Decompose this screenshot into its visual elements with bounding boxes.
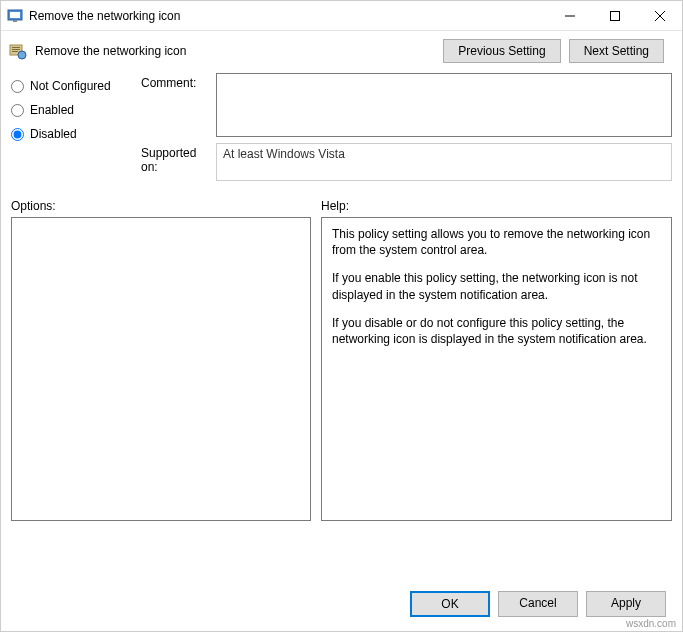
window-title: Remove the networking icon — [29, 9, 547, 23]
maximize-button[interactable] — [592, 1, 637, 30]
radio-not-configured[interactable]: Not Configured — [11, 79, 131, 93]
help-paragraph: If you enable this policy setting, the n… — [332, 270, 661, 302]
comment-input[interactable] — [216, 73, 672, 137]
window-controls — [547, 1, 682, 30]
minimize-button[interactable] — [547, 1, 592, 30]
comment-label: Comment: — [141, 73, 216, 137]
svg-point-11 — [18, 51, 26, 59]
options-panel — [11, 217, 311, 521]
help-paragraph: This policy setting allows you to remove… — [332, 226, 661, 258]
titlebar: Remove the networking icon — [1, 1, 682, 31]
help-panel: This policy setting allows you to remove… — [321, 217, 672, 521]
radio-not-configured-input[interactable] — [11, 80, 24, 93]
apply-button[interactable]: Apply — [586, 591, 666, 617]
radio-disabled-label: Disabled — [30, 127, 77, 141]
svg-rect-2 — [13, 20, 17, 22]
close-button[interactable] — [637, 1, 682, 30]
svg-rect-1 — [10, 12, 20, 18]
svg-rect-9 — [12, 49, 20, 50]
cancel-button[interactable]: Cancel — [498, 591, 578, 617]
watermark: wsxdn.com — [626, 618, 676, 629]
app-icon — [7, 8, 23, 24]
help-section-label: Help: — [321, 199, 349, 213]
state-radio-group: Not Configured Enabled Disabled — [11, 73, 131, 187]
previous-setting-button[interactable]: Previous Setting — [443, 39, 560, 63]
radio-enabled-label: Enabled — [30, 103, 74, 117]
svg-rect-10 — [12, 51, 18, 52]
radio-disabled[interactable]: Disabled — [11, 127, 131, 141]
radio-enabled[interactable]: Enabled — [11, 103, 131, 117]
svg-rect-4 — [610, 11, 619, 20]
svg-rect-8 — [12, 47, 20, 48]
radio-enabled-input[interactable] — [11, 104, 24, 117]
radio-not-configured-label: Not Configured — [30, 79, 111, 93]
policy-icon — [9, 42, 27, 60]
dialog-footer: OK Cancel Apply — [410, 591, 666, 617]
supported-on-value: At least Windows Vista — [216, 143, 672, 181]
header-row: Remove the networking icon Previous Sett… — [1, 31, 682, 69]
next-setting-button[interactable]: Next Setting — [569, 39, 664, 63]
policy-title: Remove the networking icon — [35, 44, 186, 58]
radio-disabled-input[interactable] — [11, 128, 24, 141]
help-paragraph: If you disable or do not configure this … — [332, 315, 661, 347]
options-section-label: Options: — [11, 199, 321, 213]
supported-on-label: Supported on: — [141, 143, 216, 181]
ok-button[interactable]: OK — [410, 591, 490, 617]
